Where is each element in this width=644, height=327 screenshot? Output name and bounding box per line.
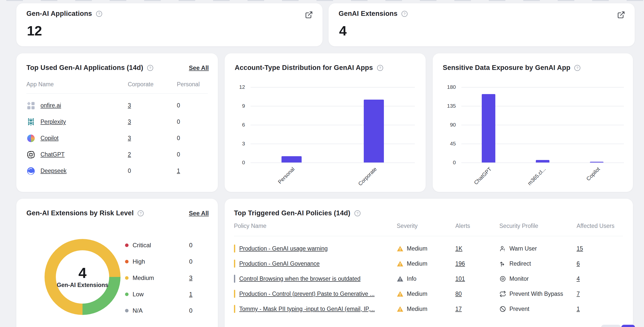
legend-item: Low 1 (125, 286, 192, 302)
policy-severity-bar (234, 244, 235, 253)
bar (364, 100, 384, 162)
legend-dot (125, 243, 129, 247)
donut-center-label: Gen-AI Extensions (57, 282, 108, 289)
genai-security-dashboard: { "colors": { "accent_purple": "#5847E6"… (0, 0, 644, 327)
legend-label: Low (133, 291, 144, 298)
y-tick-label: 0 (438, 159, 456, 166)
app-name-link[interactable]: ChatGPT (41, 151, 65, 158)
table-row: Copilot 3 0 (26, 130, 208, 146)
y-tick-label: 9 (227, 103, 245, 109)
grid-line (461, 162, 624, 163)
y-tick-label: 0 (227, 159, 245, 166)
svg-text:?: ? (140, 211, 142, 215)
help-icon[interactable]: ? (377, 64, 384, 71)
alerts-count-link[interactable]: 1K (455, 245, 462, 252)
grid-line (251, 162, 415, 163)
severity-label: Medium (407, 260, 427, 267)
stat-value: 12 (27, 23, 42, 38)
bar (536, 160, 549, 162)
legend-value[interactable]: 0 (189, 307, 192, 314)
corporate-count[interactable]: 2 (128, 151, 177, 158)
app-icon (26, 117, 35, 127)
severity-warning-icon (397, 245, 404, 252)
donut-center-value: 4 (78, 265, 87, 281)
hidden-button-partial[interactable] (601, 325, 621, 327)
affected-users-link[interactable]: 7 (577, 291, 580, 297)
security-profile-label: Redirect (509, 260, 531, 267)
app-name-link[interactable]: onfire.ai (41, 102, 61, 109)
y-tick-label: 6 (227, 122, 245, 128)
policy-severity-bar (234, 260, 235, 268)
corporate-count[interactable]: 3 (128, 102, 177, 109)
app-name-link[interactable]: Copilot (41, 135, 59, 142)
help-icon[interactable]: ? (137, 210, 144, 217)
severity-label: Info (407, 275, 416, 282)
bar-chart-account-type: 129630PersonalCorporate (251, 87, 415, 162)
exposure-chart-card: Sensitive Data Exposure by GenAI App ? 1… (433, 53, 633, 192)
column-header-policy-name: Policy Name (234, 223, 397, 229)
app-icon (26, 101, 35, 110)
corporate-count[interactable]: 0 (128, 168, 177, 174)
svg-text:?: ? (98, 12, 100, 16)
affected-users-link[interactable]: 6 (577, 260, 580, 267)
policy-severity-bar (234, 290, 235, 298)
corporate-count[interactable]: 3 (128, 135, 177, 142)
app-name-link[interactable]: Perplexity (41, 118, 66, 125)
help-icon[interactable]: ? (354, 210, 361, 217)
policy-row: Production - GenAI Govenance Medium 196 … (234, 256, 623, 271)
legend-value[interactable]: 0 (189, 242, 192, 249)
apps-table-header: App Name Corporate Personal (26, 81, 208, 94)
personal-count[interactable]: 0 (177, 135, 208, 142)
alerts-count-link[interactable]: 80 (455, 291, 462, 297)
bar (482, 94, 495, 162)
security-profile-label: Prevent With Bypass (509, 291, 563, 297)
legend-value[interactable]: 3 (189, 274, 192, 281)
y-tick-label: 90 (438, 122, 456, 128)
security-profile-icon (499, 306, 506, 312)
personal-count[interactable]: 1 (177, 168, 208, 174)
policy-name-link[interactable]: Production - GenAI Govenance (239, 260, 320, 267)
bar (590, 162, 603, 162)
column-header-corporate: Corporate (128, 81, 177, 88)
policy-name-link[interactable]: Production - Control (prevent) Paste to … (239, 291, 375, 297)
hidden-primary-button-partial[interactable] (621, 325, 635, 327)
app-name-link[interactable]: Deepseek (41, 168, 67, 174)
x-category-label: ChatGPT (473, 166, 493, 186)
alerts-count-link[interactable]: 17 (455, 306, 462, 312)
alerts-count-link[interactable]: 101 (455, 275, 465, 282)
policy-row: Control Browsing when the browser is out… (234, 271, 623, 286)
y-tick-label: 135 (438, 103, 456, 109)
see-all-link[interactable]: See All (189, 210, 209, 217)
account-type-chart-card: Account-Type Distribution for GenAI Apps… (225, 53, 426, 192)
legend-label: N/A (133, 307, 143, 314)
column-header-severity: Severity (397, 223, 455, 229)
affected-users-link[interactable]: 1 (577, 306, 580, 312)
help-icon[interactable]: ? (147, 64, 154, 71)
top-used-apps-card: Top Used Gen-AI Applications (14d) ? See… (16, 53, 218, 192)
policy-name-link[interactable]: Control Browsing when the browser is out… (239, 275, 360, 282)
help-icon[interactable]: ? (574, 64, 581, 71)
severity-label: Medium (407, 245, 427, 252)
help-icon[interactable]: ? (96, 10, 103, 17)
personal-count[interactable]: 0 (177, 118, 208, 125)
open-external-button[interactable] (617, 11, 625, 19)
affected-users-link[interactable]: 15 (577, 245, 583, 252)
legend-value[interactable]: 0 (189, 258, 192, 265)
affected-users-link[interactable]: 4 (577, 275, 580, 282)
column-header-affected-users: Affected Users (577, 223, 623, 229)
help-icon[interactable]: ? (401, 10, 408, 17)
x-category-label: m365.cl... (527, 166, 547, 186)
policy-name-link[interactable]: Production - GenAI usage warning (239, 245, 328, 252)
corporate-count[interactable]: 3 (128, 118, 177, 125)
personal-count[interactable]: 0 (177, 102, 208, 109)
legend-value[interactable]: 1 (189, 291, 192, 298)
policy-name-link[interactable]: Tommy - Mask PII typing -input to GenAI … (239, 306, 375, 312)
alerts-count-link[interactable]: 196 (455, 260, 465, 267)
severity-warning-icon (397, 275, 404, 282)
legend-item: High 0 (125, 253, 192, 270)
open-external-button[interactable] (305, 11, 313, 19)
see-all-link[interactable]: See All (189, 64, 209, 71)
policy-severity-bar (234, 275, 235, 283)
personal-count[interactable]: 0 (177, 151, 208, 158)
bar (281, 156, 302, 162)
